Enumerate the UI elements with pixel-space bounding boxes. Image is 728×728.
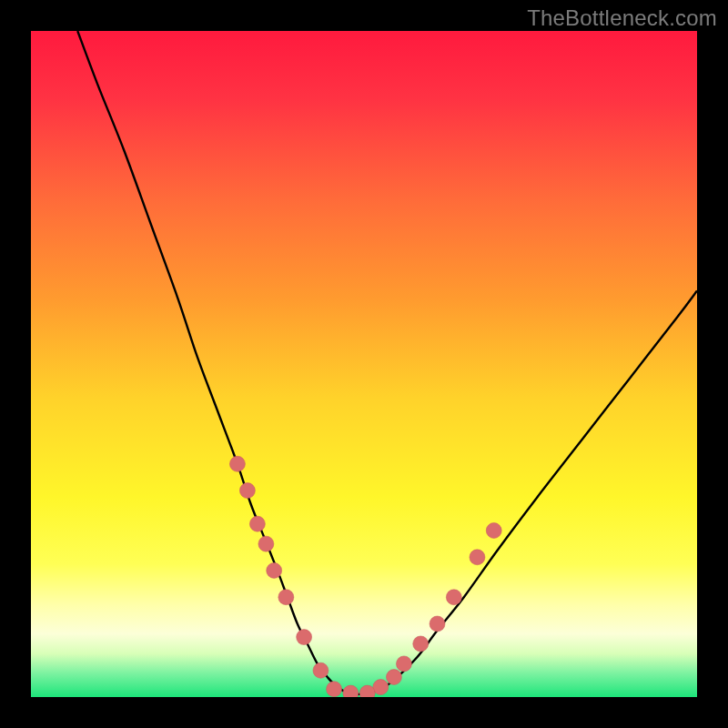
data-dot xyxy=(278,590,294,605)
data-dot xyxy=(249,516,265,531)
data-dot xyxy=(239,483,255,499)
gradient-background xyxy=(31,31,697,697)
watermark-text: TheBottleneck.com xyxy=(527,5,717,31)
data-dot xyxy=(258,536,274,551)
data-dot xyxy=(486,523,501,539)
plot-area xyxy=(31,31,697,697)
data-dot xyxy=(413,636,429,652)
data-dot xyxy=(446,590,461,605)
chart-svg xyxy=(31,31,697,697)
data-dot xyxy=(430,616,445,632)
data-dot xyxy=(229,456,245,471)
data-dot xyxy=(327,682,342,697)
chart-frame: TheBottleneck.com xyxy=(0,0,728,728)
data-dot xyxy=(297,630,312,645)
data-dot xyxy=(396,656,411,672)
data-dot xyxy=(386,670,401,685)
data-dot xyxy=(470,550,485,565)
data-dot xyxy=(313,662,329,678)
data-dot xyxy=(267,562,282,578)
